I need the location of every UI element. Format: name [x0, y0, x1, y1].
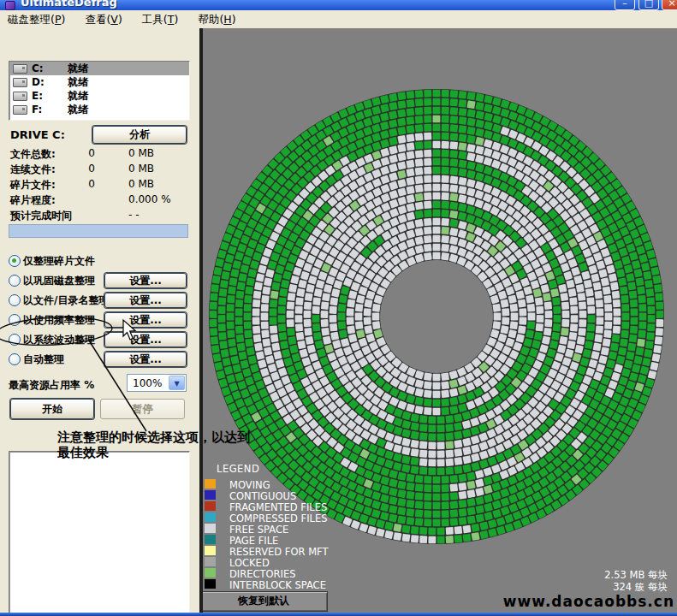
menu-help[interactable]: 帮助(H)	[190, 10, 243, 27]
stat-label: 碎片程度:	[10, 193, 56, 208]
drive-row-d[interactable]: D: 就绪	[9, 75, 189, 89]
analyze-button[interactable]: 分析	[92, 126, 187, 144]
drive-row-f[interactable]: F: 就绪	[9, 103, 189, 116]
chevron-down-icon[interactable]: ▼	[169, 376, 185, 390]
block-clusters-text: 324 簇 每块	[613, 581, 668, 594]
menu-tools[interactable]: 工具(T)	[134, 10, 186, 27]
legend-item-pagefile: PAGE FILE	[204, 535, 401, 545]
option-volatility: 以系统波动整理 设置...	[0, 332, 199, 349]
drive-row-e[interactable]: E: 就绪	[9, 89, 189, 103]
settings-button-auto[interactable]: 设置...	[104, 352, 187, 367]
legend-label: COMPRESSED FILES	[229, 512, 328, 524]
option-label: 以系统波动整理	[23, 333, 95, 347]
menu-disk-defrag[interactable]: 磁盘整理(P)	[0, 10, 73, 27]
resource-usage-value: 100%	[133, 377, 162, 389]
resource-usage-select[interactable]: 100% ▼	[127, 374, 187, 392]
tutorial-annotation: 注意整理的时候选择这项，以达到 最佳效果	[57, 429, 323, 460]
stat-fragmented-files: 碎片文件: 0 0 MB	[0, 178, 199, 190]
option-fragmented-only: 仅整理碎片文件	[0, 253, 199, 270]
legend-label: DIRECTORIES	[229, 568, 296, 580]
disk-map-panel: LEGEND MOVING CONTIGUOUS FRAGMENTED FILE…	[203, 28, 677, 613]
radio-filename[interactable]	[9, 294, 21, 306]
start-button[interactable]: 开始	[10, 399, 94, 419]
output-pane	[9, 451, 190, 616]
legend-item-directories: DIRECTORIES	[204, 568, 401, 578]
stat-size: 0 MB	[128, 147, 154, 159]
drive-icon	[13, 78, 27, 87]
interblock-swatch	[205, 579, 216, 589]
stat-size: 0 MB	[128, 178, 154, 190]
locked-swatch	[205, 557, 216, 566]
close-button[interactable]: ×	[662, 0, 677, 10]
settings-button-consolidate[interactable]: 设置...	[104, 273, 187, 288]
legend-item-fragmented: FRAGMENTED FILES	[204, 501, 401, 512]
stat-size: 0.000 %	[128, 193, 171, 205]
window-bottom-border	[0, 613, 677, 616]
drive-status: 就绪	[68, 103, 88, 116]
drive-status: 就绪	[68, 62, 88, 75]
settings-button-volatility[interactable]: 设置...	[104, 332, 187, 347]
legend-label: INTERBLOCK SPACE	[229, 579, 326, 591]
compressed-swatch	[205, 512, 216, 522]
stat-fragmentation-level: 碎片程度: 0.000 %	[0, 193, 199, 205]
drive-status: 就绪	[68, 75, 88, 89]
block-size-text: 2.53 MB 每块	[604, 569, 668, 582]
stat-count: 0	[79, 178, 104, 190]
fragmented-swatch	[205, 501, 216, 511]
contiguous-swatch	[205, 490, 216, 500]
app-icon	[5, 1, 15, 10]
drive-name: E:	[32, 89, 43, 103]
legend-label: LOCKED	[229, 557, 270, 569]
option-label: 仅整理碎片文件	[23, 254, 95, 269]
radio-auto[interactable]	[9, 353, 21, 365]
stat-label: 碎片文件:	[10, 178, 56, 192]
option-label: 自动整理	[23, 352, 64, 367]
drive-row-c[interactable]: C: 就绪	[9, 62, 189, 75]
stat-total-files: 文件总数: 0 0 MB	[0, 147, 199, 159]
stat-size: - -	[128, 209, 139, 221]
drive-icon	[13, 64, 27, 74]
stat-label: 预计完成时间	[10, 209, 72, 223]
legend-label: RESERVED FOR MFT	[229, 546, 329, 558]
drive-icon	[13, 105, 27, 115]
window-title: UltimateDefrag	[21, 0, 117, 9]
legend-label: FREE SPACE	[229, 524, 288, 536]
restore-default-button[interactable]: 恢复到默认	[203, 591, 328, 612]
menu-accelerator: H	[223, 13, 231, 26]
menu-label: )	[61, 13, 65, 26]
radio-consolidate[interactable]	[9, 275, 21, 287]
pause-button: 暂停	[100, 399, 185, 419]
settings-button-filename[interactable]: 设置...	[104, 293, 187, 308]
menu-label: )	[232, 13, 236, 26]
pagefile-swatch	[205, 535, 216, 544]
freespace-swatch	[205, 524, 216, 533]
stat-label: 文件总数:	[10, 147, 56, 162]
minimize-button[interactable]: –	[615, 0, 635, 10]
legend-label: MOVING	[229, 479, 270, 491]
watermark-text: www.daocaobbs.cn	[503, 593, 674, 610]
legend-title: LEGEND	[217, 463, 259, 475]
drive-name: F:	[32, 103, 42, 116]
directories-swatch	[205, 568, 216, 578]
moving-swatch	[205, 479, 216, 489]
drive-name: C:	[32, 62, 44, 75]
option-frequency: 以使用频率整理 设置...	[0, 312, 199, 329]
settings-button-frequency[interactable]: 设置...	[104, 312, 187, 328]
stat-size: 0 MB	[128, 163, 154, 175]
radio-frequency[interactable]	[9, 314, 21, 326]
menu-view[interactable]: 查看(V)	[77, 10, 129, 27]
drive-icon	[13, 92, 27, 101]
radio-volatility[interactable]	[9, 334, 21, 346]
option-label: 以巩固磁盘整理	[23, 274, 95, 288]
radio-fragmented-only[interactable]	[9, 255, 21, 267]
option-label: 以使用频率整理	[23, 313, 95, 328]
selected-drive-label: DRIVE C:	[10, 128, 65, 141]
menu-label: 磁盘整理(	[8, 13, 55, 26]
progress-bar	[9, 224, 188, 238]
stat-estimated-time: 预计完成时间 - -	[0, 209, 199, 221]
stat-count: 0	[79, 147, 104, 159]
maximize-button[interactable]: □	[638, 0, 659, 10]
drive-list[interactable]: C: 就绪 D: 就绪 E: 就绪 F: 就绪	[9, 61, 190, 121]
menu-accelerator: V	[110, 13, 118, 26]
legend-item-interblock: INTERBLOCK SPACE	[204, 579, 401, 589]
